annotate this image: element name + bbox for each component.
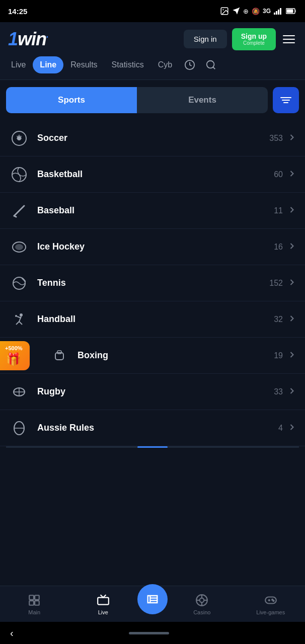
tab-statistics[interactable]: Statistics	[105, 56, 151, 73]
casino-icon	[195, 593, 209, 607]
logo-text: 1win•	[8, 29, 48, 50]
gallery-icon	[220, 7, 229, 16]
baseball-name: Baseball	[37, 205, 270, 216]
signin-button[interactable]: Sign in	[184, 30, 227, 48]
boxing-chevron	[287, 350, 297, 362]
tab-line[interactable]: Line	[33, 56, 63, 73]
svg-marker-3	[233, 8, 239, 14]
ice-hockey-count: 16	[274, 243, 283, 252]
nav-bet-center[interactable]	[137, 584, 168, 614]
sport-item-boxing[interactable]: +500% 🎁 Boxing 19	[0, 338, 305, 374]
nav-main[interactable]: Main	[0, 593, 69, 615]
aussie-rules-chevron	[287, 422, 297, 434]
soccer-name: Soccer	[37, 133, 265, 143]
svg-rect-4	[274, 13, 275, 15]
bonus-badge[interactable]: +500% 🎁	[0, 341, 30, 370]
casino-label: Casino	[193, 609, 210, 615]
sport-item-tennis[interactable]: Tennis 152	[0, 265, 305, 301]
svg-point-54	[273, 600, 274, 601]
tab-live[interactable]: Live	[4, 56, 33, 73]
svg-point-11	[207, 61, 214, 68]
sport-item-basketball[interactable]: Basketball 60	[0, 156, 305, 193]
tennis-icon	[8, 272, 30, 294]
handball-icon	[8, 308, 30, 331]
boxing-icon	[48, 345, 70, 367]
aussie-rules-count: 4	[278, 424, 283, 433]
svg-line-26	[19, 321, 22, 325]
filter-button[interactable]	[273, 87, 299, 113]
basketball-icon	[8, 164, 30, 186]
tab-results[interactable]: Results	[63, 56, 104, 73]
live-label: Live	[98, 609, 108, 615]
ice-hockey-chevron	[287, 241, 297, 253]
mute-icon: 🔕	[252, 8, 260, 15]
tv-icon	[96, 593, 110, 607]
tennis-chevron	[287, 277, 297, 289]
svg-rect-50	[265, 597, 276, 603]
svg-rect-9	[287, 10, 293, 13]
tennis-name: Tennis	[37, 278, 265, 288]
svg-rect-6	[278, 10, 279, 15]
handball-name: Handball	[37, 314, 270, 325]
svg-point-28	[15, 315, 17, 317]
sport-item-soccer[interactable]: Soccer 353	[0, 120, 305, 156]
nav-live[interactable]: Live	[69, 593, 138, 615]
home-icon	[27, 593, 41, 607]
page-content: Sports Events Soccer 353	[0, 80, 305, 506]
nav-live-games[interactable]: Live-games	[237, 593, 306, 615]
svg-point-23	[20, 313, 23, 316]
ticket-icon	[145, 592, 160, 606]
sport-item-baseball[interactable]: Baseball 11	[0, 193, 305, 229]
sport-item-handball[interactable]: Handball 32	[0, 301, 305, 338]
signup-button[interactable]: Sign up Complete	[232, 28, 276, 51]
menu-button[interactable]	[281, 33, 297, 45]
handball-chevron	[287, 313, 297, 326]
svg-rect-40	[98, 597, 109, 604]
svg-rect-5	[276, 11, 277, 15]
status-icons: ⊕ 🔕 3G	[220, 7, 297, 16]
rugby-icon	[8, 381, 30, 403]
soccer-count: 353	[269, 134, 283, 143]
tennis-count: 152	[269, 279, 283, 288]
boxing-name: Boxing	[78, 350, 270, 361]
sport-item-aussie-rules[interactable]: Aussie Rules 4	[0, 410, 305, 446]
bottom-bar: ‹	[0, 622, 305, 644]
handball-count: 32	[274, 315, 283, 324]
svg-point-45	[200, 598, 204, 602]
soccer-chevron	[287, 132, 297, 144]
nav-tabs: Live Line Results Statistics Cyb	[0, 56, 305, 80]
sports-events-toggle: Sports Events	[6, 87, 268, 113]
status-time: 14:25	[8, 7, 27, 16]
logo: 1win•	[8, 29, 48, 50]
basketball-chevron	[287, 169, 297, 181]
battery-icon	[286, 8, 297, 14]
status-bar: 14:25 ⊕ 🔕 3G	[0, 0, 305, 22]
send-icon	[232, 7, 240, 15]
baseball-chevron	[287, 205, 297, 217]
svg-rect-37	[30, 601, 34, 605]
main-label: Main	[28, 609, 40, 615]
rugby-name: Rugby	[37, 386, 270, 397]
nav-casino[interactable]: Casino	[168, 593, 237, 615]
back-button[interactable]: ‹	[10, 627, 14, 639]
sport-item-rugby[interactable]: Rugby 33	[0, 374, 305, 410]
header-actions: Sign in Sign up Complete	[184, 28, 297, 51]
sport-list: Soccer 353 Basketball 60	[0, 120, 305, 448]
sports-toggle-button[interactable]: Sports	[6, 87, 137, 113]
rugby-count: 33	[274, 387, 283, 396]
search-icon[interactable]	[200, 56, 221, 73]
svg-rect-39	[35, 601, 39, 605]
ice-hockey-icon	[8, 236, 30, 258]
network-icon: ⊕	[243, 8, 249, 15]
sport-item-ice-hockey[interactable]: Ice Hockey 16	[0, 229, 305, 265]
clock-icon[interactable]	[179, 56, 200, 73]
events-toggle-button[interactable]: Events	[137, 87, 268, 113]
toggle-bar: Sports Events	[0, 80, 305, 120]
svg-rect-36	[30, 595, 34, 600]
svg-point-15	[17, 136, 21, 140]
header: 1win• Sign in Sign up Complete	[0, 22, 305, 56]
tab-cyber[interactable]: Cyb	[151, 56, 179, 73]
gamepad-icon	[264, 593, 278, 607]
svg-rect-7	[280, 8, 281, 15]
soccer-icon	[8, 127, 30, 149]
